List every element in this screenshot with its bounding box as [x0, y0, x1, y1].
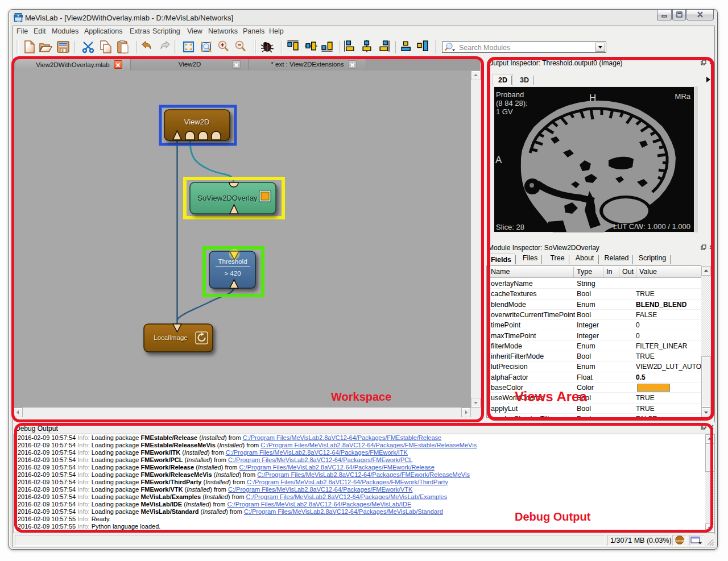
svg-text:STOP: STOP	[676, 539, 684, 543]
